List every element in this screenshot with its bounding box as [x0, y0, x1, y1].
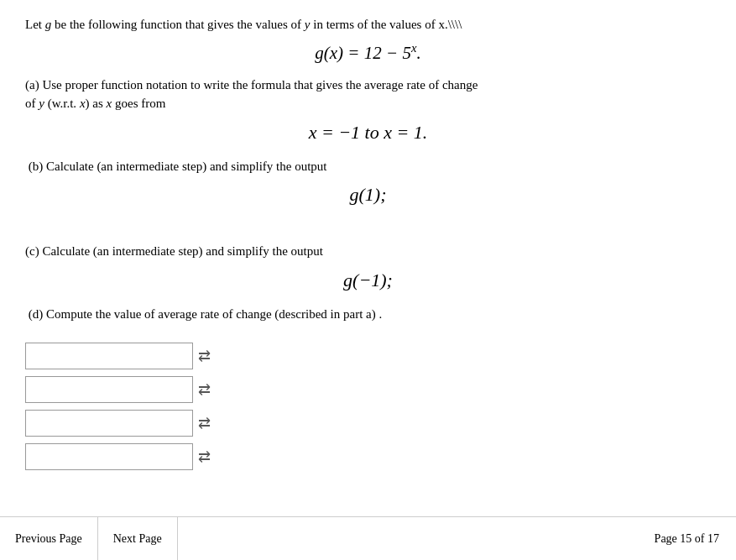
part-c-label: (c) Calculate (an intermediate step) and…: [25, 242, 711, 261]
formula-icon-4[interactable]: ⇄: [198, 447, 211, 466]
part-c-formula: g(−1);: [25, 270, 711, 291]
part-b-label: (b) Calculate (an intermediate step) and…: [25, 157, 711, 176]
part-d-label: (d) Compute the value of average rate of…: [25, 305, 711, 324]
main-content: Let g be the following function that giv…: [0, 0, 736, 516]
main-formula: g(x) = 12 − 5x.: [25, 41, 711, 64]
next-page-button[interactable]: Next Page: [98, 517, 178, 561]
answer-row-3: ⇄: [25, 410, 711, 437]
intro-text: Let g be the following function that giv…: [25, 15, 711, 34]
formula-icon-2[interactable]: ⇄: [198, 380, 211, 399]
answer-input-3[interactable]: [25, 410, 193, 437]
answer-row-4: ⇄: [25, 443, 711, 470]
page-indicator: Page 15 of 17: [655, 532, 736, 546]
part-a-label: (a) Use proper function notation to writ…: [25, 76, 711, 113]
part-a-formula: x = −1 to x = 1.: [25, 122, 711, 144]
answer-input-1[interactable]: [25, 343, 193, 369]
formula-icon-3[interactable]: ⇄: [198, 414, 211, 432]
part-b-formula: g(1);: [25, 184, 711, 206]
answer-row-1: ⇄: [25, 343, 711, 369]
bottom-bar: Previous Page Next Page Page 15 of 17: [0, 516, 736, 560]
previous-page-button[interactable]: Previous Page: [0, 517, 98, 561]
answer-input-2[interactable]: [25, 376, 193, 403]
formula-icon-1[interactable]: ⇄: [198, 347, 211, 365]
answer-row-2: ⇄: [25, 376, 711, 403]
answer-input-4[interactable]: [25, 443, 193, 470]
answer-inputs: ⇄ ⇄ ⇄ ⇄: [25, 343, 711, 470]
